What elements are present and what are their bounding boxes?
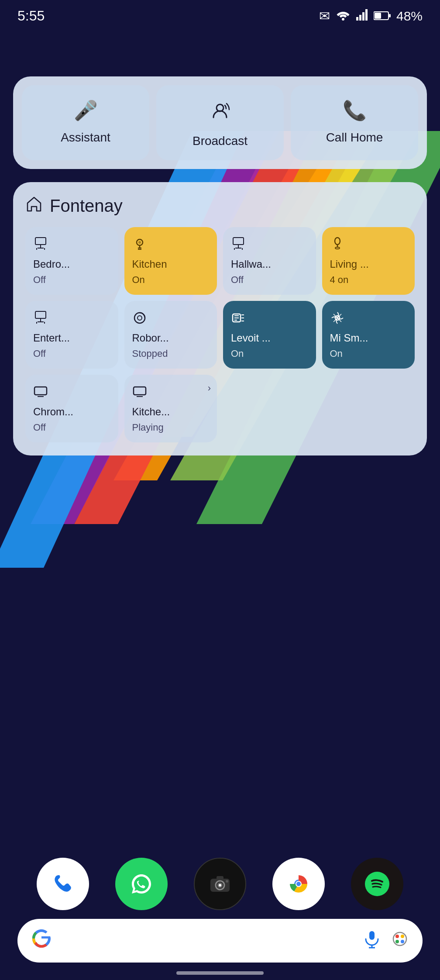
- svg-rect-8: [356, 17, 358, 21]
- status-bar: 5:55 ✉ 48%: [0, 0, 440, 24]
- dock-camera-button[interactable]: [194, 858, 246, 910]
- svg-rect-11: [365, 9, 368, 21]
- callhome-label: Call Home: [326, 131, 383, 145]
- dock-spotify-button[interactable]: [351, 858, 403, 910]
- bedroom-status: Off: [33, 275, 110, 285]
- device-entertain[interactable]: Entert... Off: [25, 301, 118, 369]
- mismart-status: On: [330, 349, 407, 359]
- device-hallway[interactable]: Hallwa... Off: [223, 227, 316, 295]
- bedroom-icon: [33, 237, 110, 254]
- entertain-name: Entert...: [33, 332, 110, 345]
- battery-percent: 48%: [396, 9, 423, 24]
- assistant-label: Assistant: [61, 131, 110, 145]
- svg-rect-49: [34, 387, 47, 395]
- callhome-button[interactable]: 📞 Call Home: [291, 85, 418, 160]
- living-status: 4 on: [330, 275, 407, 285]
- mismart-name: Mi Sm...: [330, 332, 407, 345]
- hallway-name: Hallwa...: [231, 258, 308, 271]
- device-roborock[interactable]: Robor... Stopped: [124, 301, 217, 369]
- home-card-header: Fontenay: [25, 195, 415, 217]
- levoit-name: Levoit ...: [231, 332, 308, 345]
- svg-point-25: [138, 241, 141, 244]
- home-indicator[interactable]: [176, 971, 264, 975]
- svg-point-69: [393, 932, 406, 945]
- levoit-icon: [231, 311, 308, 328]
- callhome-icon: 📞: [343, 99, 367, 122]
- svg-rect-34: [35, 311, 46, 318]
- svg-point-33: [335, 247, 340, 249]
- hallway-status: Off: [231, 275, 308, 285]
- levoit-status: On: [231, 349, 308, 359]
- mismart-icon: [330, 311, 407, 328]
- kitchen2-status: Playing: [132, 423, 210, 432]
- svg-point-64: [296, 882, 301, 886]
- lens-search-button[interactable]: [390, 929, 409, 952]
- svg-rect-52: [134, 387, 146, 395]
- device-kitchen[interactable]: Kitchen On: [124, 227, 217, 295]
- mail-icon: ✉: [319, 8, 330, 24]
- home-icon: [25, 195, 43, 217]
- hallway-icon: [231, 237, 308, 254]
- svg-point-71: [401, 935, 404, 938]
- device-living[interactable]: Living ... 4 on: [322, 227, 415, 295]
- device-bedroom[interactable]: Bedro... Off: [25, 227, 118, 295]
- dock-phone-button[interactable]: [37, 858, 89, 910]
- kitchen2-icon: [132, 384, 210, 401]
- device-chrome1[interactable]: Chrom... Off: [25, 375, 118, 442]
- roborock-name: Robor...: [132, 332, 210, 345]
- svg-rect-59: [217, 876, 223, 880]
- chrome1-name: Chrom...: [33, 406, 110, 418]
- svg-rect-66: [369, 931, 375, 940]
- battery-icon: [374, 8, 391, 24]
- home-card: Fontenay Bedro... Off: [13, 182, 427, 455]
- dock-chrome-button[interactable]: [272, 858, 325, 910]
- svg-point-60: [226, 880, 228, 883]
- svg-point-31: [335, 238, 340, 245]
- living-name: Living ...: [330, 258, 407, 271]
- svg-rect-13: [389, 14, 391, 17]
- svg-point-70: [395, 935, 399, 938]
- home-title: Fontenay: [50, 196, 123, 216]
- quick-actions-row: 🎤 Assistant Broadcast 📞 Call Home: [13, 76, 427, 169]
- kitchen-icon: [132, 237, 210, 254]
- chrome1-icon: [33, 384, 110, 401]
- dock-whatsapp-button[interactable]: [115, 858, 168, 910]
- roborock-status: Stopped: [132, 349, 210, 359]
- broadcast-button[interactable]: Broadcast: [156, 85, 284, 160]
- svg-point-7: [342, 18, 344, 21]
- living-icon: [330, 237, 407, 254]
- svg-rect-16: [35, 238, 46, 245]
- status-time: 5:55: [17, 8, 45, 24]
- signal-icon: [356, 8, 368, 24]
- app-dock: [0, 858, 440, 910]
- svg-rect-9: [359, 15, 361, 21]
- kitchen2-chevron: ›: [208, 383, 211, 394]
- google-logo: [31, 928, 52, 954]
- entertain-status: Off: [33, 349, 110, 359]
- status-right: ✉ 48%: [319, 8, 423, 24]
- device-levoit[interactable]: Levoit ... On: [223, 301, 316, 369]
- assistant-button[interactable]: 🎤 Assistant: [22, 85, 149, 160]
- chrome1-status: Off: [33, 423, 110, 432]
- device-mismart[interactable]: Mi Sm... On: [322, 301, 415, 369]
- wifi-icon: [335, 8, 351, 24]
- svg-point-73: [401, 940, 404, 943]
- svg-point-58: [219, 884, 221, 887]
- search-bar[interactable]: [17, 919, 423, 963]
- entertain-icon: [33, 311, 110, 328]
- kitchen-name: Kitchen: [132, 258, 210, 271]
- broadcast-label: Broadcast: [192, 134, 248, 148]
- svg-point-40: [138, 316, 142, 320]
- bedroom-name: Bedro...: [33, 258, 110, 271]
- svg-rect-10: [362, 12, 364, 21]
- assistant-icon: 🎤: [74, 99, 98, 122]
- roborock-icon: [132, 311, 210, 328]
- svg-rect-14: [375, 13, 381, 19]
- device-grid: Bedro... Off Kitchen On: [25, 227, 415, 442]
- device-kitchen2[interactable]: Kitche... Playing ›: [124, 375, 217, 442]
- svg-rect-26: [233, 238, 244, 245]
- svg-point-72: [395, 940, 399, 943]
- kitchen-status: On: [132, 275, 210, 285]
- voice-search-button[interactable]: [362, 929, 382, 952]
- kitchen2-name: Kitche...: [132, 406, 210, 418]
